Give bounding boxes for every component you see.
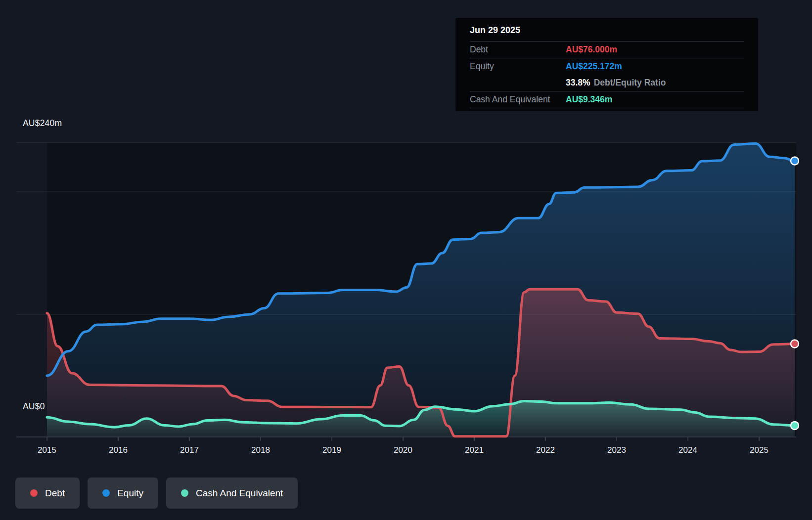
x-axis-label-2024: 2024 — [678, 445, 697, 455]
legend-item-equity[interactable]: Equity — [88, 477, 158, 509]
equity-series-dot-icon — [102, 489, 110, 497]
cash-series-dot-icon — [181, 489, 188, 497]
x-axis-label-2018: 2018 — [251, 445, 270, 455]
x-axis-label-2016: 2016 — [109, 445, 128, 455]
legend-equity-label: Equity — [117, 488, 143, 499]
tooltip-equity-value: AU$225.172m — [566, 61, 744, 72]
x-axis-label-2015: 2015 — [38, 445, 56, 455]
debt-end-marker[interactable] — [791, 340, 799, 348]
tooltip-ratio-row: 33.8%Debt/Equity Ratio — [470, 75, 744, 91]
cash-and-equivalent-end-marker[interactable] — [791, 422, 799, 430]
chart-legend: Debt Equity Cash And Equivalent — [15, 477, 298, 509]
hover-tooltip: Jun 29 2025 Debt AU$76.000m Equity AU$22… — [455, 18, 758, 111]
tooltip-cash-value: AU$9.346m — [566, 94, 744, 105]
x-axis-label-2023: 2023 — [607, 445, 626, 455]
tooltip-equity-label: Equity — [470, 61, 566, 72]
balance-sheet-history-chart-page: { "tooltip": { "date": "Jun 29 2025", "d… — [0, 0, 812, 520]
tooltip-cash-row: Cash And Equivalent AU$9.346m — [470, 91, 744, 108]
x-axis-label-2017: 2017 — [180, 445, 199, 455]
tooltip-cash-label: Cash And Equivalent — [470, 94, 566, 105]
y-axis-zero-label: AU$0 — [23, 401, 45, 412]
y-axis-max-label: AU$240m — [23, 118, 62, 129]
x-axis-label-2021: 2021 — [465, 445, 484, 455]
legend-cash-label: Cash And Equivalent — [196, 488, 283, 499]
tooltip-ratio-label: Debt/Equity Ratio — [594, 78, 666, 87]
tooltip-debt-row: Debt AU$76.000m — [470, 42, 744, 58]
legend-item-cash[interactable]: Cash And Equivalent — [166, 477, 298, 509]
x-axis-label-2019: 2019 — [322, 445, 341, 455]
equity-end-marker[interactable] — [791, 157, 799, 165]
debt-series-dot-icon — [30, 489, 38, 497]
legend-debt-label: Debt — [45, 488, 65, 499]
tooltip-equity-row: Equity AU$225.172m — [470, 58, 744, 75]
tooltip-date: Jun 29 2025 — [470, 19, 744, 42]
tooltip-ratio-value: 33.8% — [566, 78, 590, 87]
x-axis-label-2025: 2025 — [750, 445, 768, 455]
legend-item-debt[interactable]: Debt — [15, 477, 80, 509]
tooltip-debt-label: Debt — [470, 44, 566, 55]
tooltip-ratio: 33.8%Debt/Equity Ratio — [566, 78, 744, 88]
x-axis-label-2020: 2020 — [394, 445, 412, 455]
x-axis-label-2022: 2022 — [536, 445, 555, 455]
tooltip-debt-value: AU$76.000m — [566, 44, 744, 55]
